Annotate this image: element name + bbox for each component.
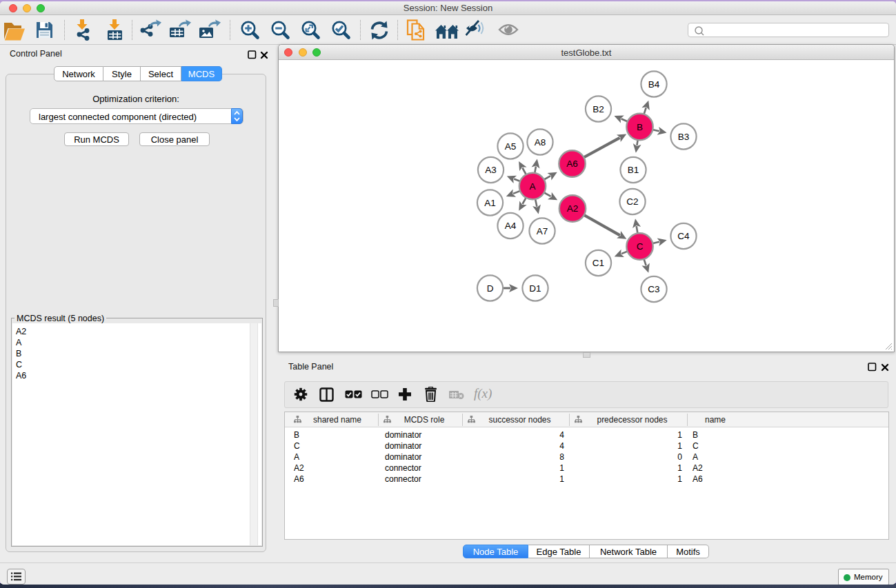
svg-text:C2: C2: [626, 196, 638, 207]
svg-text:C3: C3: [648, 284, 659, 294]
svg-text:A3: A3: [485, 165, 497, 175]
svg-text:B1: B1: [628, 165, 639, 175]
svg-text:B4: B4: [648, 79, 660, 90]
svg-text:A6: A6: [566, 159, 578, 169]
svg-text:B2: B2: [593, 104, 604, 114]
svg-text:B3: B3: [678, 132, 690, 142]
svg-text:D: D: [487, 283, 494, 294]
svg-text:A: A: [529, 181, 535, 192]
svg-text:A7: A7: [537, 226, 548, 236]
svg-text:C: C: [637, 241, 644, 252]
svg-text:A4: A4: [505, 221, 517, 231]
svg-text:C1: C1: [593, 258, 604, 268]
svg-text:A5: A5: [505, 141, 517, 152]
svg-text:D1: D1: [529, 283, 541, 294]
svg-text:A2: A2: [567, 203, 579, 214]
svg-text:C4: C4: [677, 231, 690, 241]
svg-text:B: B: [637, 122, 643, 132]
svg-text:A8: A8: [535, 137, 546, 148]
svg-text:A1: A1: [484, 198, 496, 208]
